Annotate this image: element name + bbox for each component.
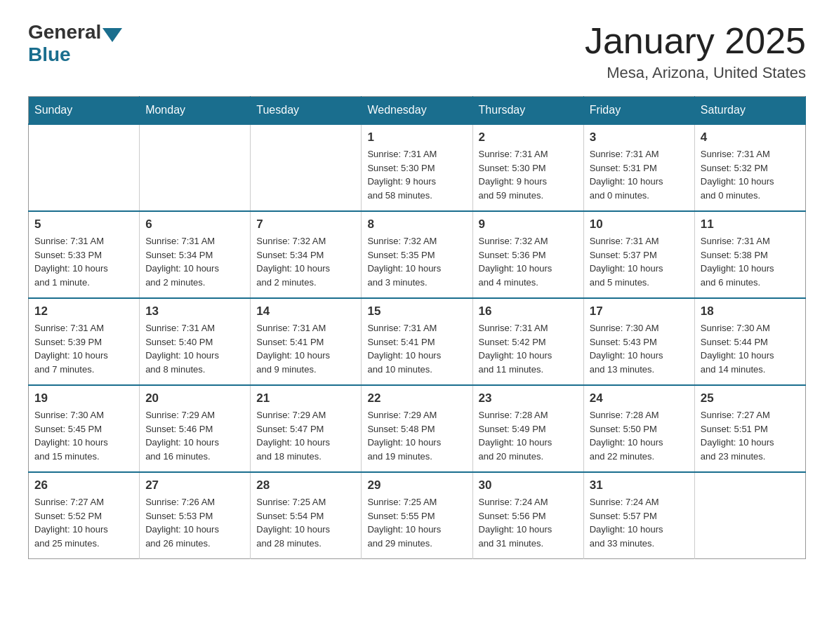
day-number: 11 xyxy=(701,217,800,232)
day-info: Sunrise: 7:31 AMSunset: 5:39 PMDaylight:… xyxy=(34,321,133,376)
day-number: 22 xyxy=(367,391,466,405)
day-number: 27 xyxy=(145,478,244,492)
day-number: 14 xyxy=(256,304,355,318)
page-header: General Blue January 2025 Mesa, Arizona,… xyxy=(28,21,806,82)
calendar-cell: 26Sunrise: 7:27 AMSunset: 5:52 PMDayligh… xyxy=(29,472,140,559)
day-number: 7 xyxy=(256,217,355,232)
day-info: Sunrise: 7:31 AMSunset: 5:30 PMDaylight:… xyxy=(479,147,578,202)
day-number: 20 xyxy=(145,391,244,405)
calendar-cell: 27Sunrise: 7:26 AMSunset: 5:53 PMDayligh… xyxy=(140,472,251,559)
day-info: Sunrise: 7:31 AMSunset: 5:33 PMDaylight:… xyxy=(34,234,133,289)
day-number: 13 xyxy=(145,304,244,318)
day-number: 29 xyxy=(367,478,466,492)
calendar-cell xyxy=(140,124,251,211)
calendar-cell xyxy=(251,124,362,211)
calendar-cell: 7Sunrise: 7:32 AMSunset: 5:34 PMDaylight… xyxy=(251,211,362,298)
calendar-cell xyxy=(694,472,805,559)
day-of-week-header: Monday xyxy=(140,97,251,125)
calendar-cell: 29Sunrise: 7:25 AMSunset: 5:55 PMDayligh… xyxy=(362,472,472,559)
day-info: Sunrise: 7:30 AMSunset: 5:43 PMDaylight:… xyxy=(590,321,689,376)
calendar-cell: 22Sunrise: 7:29 AMSunset: 5:48 PMDayligh… xyxy=(362,385,472,472)
calendar-cell: 15Sunrise: 7:31 AMSunset: 5:41 PMDayligh… xyxy=(362,298,472,385)
day-info: Sunrise: 7:32 AMSunset: 5:34 PMDaylight:… xyxy=(256,234,355,289)
calendar-cell: 30Sunrise: 7:24 AMSunset: 5:56 PMDayligh… xyxy=(472,472,583,559)
calendar-week-row: 5Sunrise: 7:31 AMSunset: 5:33 PMDaylight… xyxy=(29,211,806,298)
day-of-week-header: Saturday xyxy=(694,97,805,125)
calendar-week-row: 19Sunrise: 7:30 AMSunset: 5:45 PMDayligh… xyxy=(29,385,806,472)
calendar-cell: 31Sunrise: 7:24 AMSunset: 5:57 PMDayligh… xyxy=(583,472,694,559)
month-title: January 2025 xyxy=(585,21,806,61)
day-number: 15 xyxy=(367,304,466,318)
day-number: 16 xyxy=(479,304,578,318)
calendar-cell: 24Sunrise: 7:28 AMSunset: 5:50 PMDayligh… xyxy=(583,385,694,472)
day-number: 17 xyxy=(590,304,689,318)
day-info: Sunrise: 7:31 AMSunset: 5:31 PMDaylight:… xyxy=(590,147,689,202)
day-info: Sunrise: 7:29 AMSunset: 5:48 PMDaylight:… xyxy=(367,408,466,463)
logo-blue-text: Blue xyxy=(28,43,71,66)
day-info: Sunrise: 7:31 AMSunset: 5:40 PMDaylight:… xyxy=(145,321,244,376)
calendar-cell: 4Sunrise: 7:31 AMSunset: 5:32 PMDaylight… xyxy=(694,124,805,211)
day-info: Sunrise: 7:25 AMSunset: 5:54 PMDaylight:… xyxy=(256,495,355,550)
title-block: January 2025 Mesa, Arizona, United State… xyxy=(585,21,806,82)
calendar-header-row: SundayMondayTuesdayWednesdayThursdayFrid… xyxy=(29,97,806,125)
day-info: Sunrise: 7:31 AMSunset: 5:34 PMDaylight:… xyxy=(145,234,244,289)
calendar-cell: 3Sunrise: 7:31 AMSunset: 5:31 PMDaylight… xyxy=(583,124,694,211)
day-info: Sunrise: 7:32 AMSunset: 5:35 PMDaylight:… xyxy=(367,234,466,289)
day-of-week-header: Thursday xyxy=(472,97,583,125)
calendar-cell: 14Sunrise: 7:31 AMSunset: 5:41 PMDayligh… xyxy=(251,298,362,385)
day-of-week-header: Wednesday xyxy=(362,97,472,125)
day-info: Sunrise: 7:31 AMSunset: 5:38 PMDaylight:… xyxy=(701,234,800,289)
day-info: Sunrise: 7:24 AMSunset: 5:56 PMDaylight:… xyxy=(479,495,578,550)
day-number: 19 xyxy=(34,391,133,405)
day-number: 4 xyxy=(701,130,800,145)
calendar-cell: 23Sunrise: 7:28 AMSunset: 5:49 PMDayligh… xyxy=(472,385,583,472)
day-of-week-header: Tuesday xyxy=(251,97,362,125)
location-title: Mesa, Arizona, United States xyxy=(585,64,806,82)
day-info: Sunrise: 7:24 AMSunset: 5:57 PMDaylight:… xyxy=(590,495,689,550)
logo-general-text: General xyxy=(28,21,101,43)
calendar-cell: 16Sunrise: 7:31 AMSunset: 5:42 PMDayligh… xyxy=(472,298,583,385)
day-of-week-header: Sunday xyxy=(29,97,140,125)
calendar-cell: 12Sunrise: 7:31 AMSunset: 5:39 PMDayligh… xyxy=(29,298,140,385)
day-number: 25 xyxy=(701,391,800,405)
calendar-week-row: 26Sunrise: 7:27 AMSunset: 5:52 PMDayligh… xyxy=(29,472,806,559)
day-number: 1 xyxy=(367,130,466,145)
day-info: Sunrise: 7:31 AMSunset: 5:42 PMDaylight:… xyxy=(479,321,578,376)
calendar-cell: 8Sunrise: 7:32 AMSunset: 5:35 PMDaylight… xyxy=(362,211,472,298)
day-number: 5 xyxy=(34,217,133,232)
calendar-cell: 2Sunrise: 7:31 AMSunset: 5:30 PMDaylight… xyxy=(472,124,583,211)
calendar-cell: 6Sunrise: 7:31 AMSunset: 5:34 PMDaylight… xyxy=(140,211,251,298)
day-number: 26 xyxy=(34,478,133,492)
calendar-cell: 28Sunrise: 7:25 AMSunset: 5:54 PMDayligh… xyxy=(251,472,362,559)
calendar-cell: 21Sunrise: 7:29 AMSunset: 5:47 PMDayligh… xyxy=(251,385,362,472)
calendar-cell: 10Sunrise: 7:31 AMSunset: 5:37 PMDayligh… xyxy=(583,211,694,298)
calendar-cell: 5Sunrise: 7:31 AMSunset: 5:33 PMDaylight… xyxy=(29,211,140,298)
day-info: Sunrise: 7:31 AMSunset: 5:32 PMDaylight:… xyxy=(701,147,800,202)
day-info: Sunrise: 7:27 AMSunset: 5:52 PMDaylight:… xyxy=(34,495,133,550)
calendar-cell: 9Sunrise: 7:32 AMSunset: 5:36 PMDaylight… xyxy=(472,211,583,298)
day-info: Sunrise: 7:27 AMSunset: 5:51 PMDaylight:… xyxy=(701,408,800,463)
day-info: Sunrise: 7:28 AMSunset: 5:50 PMDaylight:… xyxy=(590,408,689,463)
calendar-cell: 17Sunrise: 7:30 AMSunset: 5:43 PMDayligh… xyxy=(583,298,694,385)
day-of-week-header: Friday xyxy=(583,97,694,125)
calendar-week-row: 12Sunrise: 7:31 AMSunset: 5:39 PMDayligh… xyxy=(29,298,806,385)
day-number: 12 xyxy=(34,304,133,318)
day-number: 6 xyxy=(145,217,244,232)
day-info: Sunrise: 7:32 AMSunset: 5:36 PMDaylight:… xyxy=(479,234,578,289)
day-info: Sunrise: 7:28 AMSunset: 5:49 PMDaylight:… xyxy=(479,408,578,463)
day-info: Sunrise: 7:29 AMSunset: 5:47 PMDaylight:… xyxy=(256,408,355,463)
day-number: 9 xyxy=(479,217,578,232)
calendar-cell xyxy=(29,124,140,211)
calendar-table: SundayMondayTuesdayWednesdayThursdayFrid… xyxy=(28,96,806,559)
day-info: Sunrise: 7:31 AMSunset: 5:41 PMDaylight:… xyxy=(256,321,355,376)
calendar-cell: 25Sunrise: 7:27 AMSunset: 5:51 PMDayligh… xyxy=(694,385,805,472)
logo-triangle-icon xyxy=(102,28,122,42)
day-number: 2 xyxy=(479,130,578,145)
day-number: 21 xyxy=(256,391,355,405)
calendar-cell: 20Sunrise: 7:29 AMSunset: 5:46 PMDayligh… xyxy=(140,385,251,472)
day-number: 8 xyxy=(367,217,466,232)
day-number: 31 xyxy=(590,478,689,492)
day-info: Sunrise: 7:30 AMSunset: 5:45 PMDaylight:… xyxy=(34,408,133,463)
day-number: 23 xyxy=(479,391,578,405)
day-info: Sunrise: 7:31 AMSunset: 5:37 PMDaylight:… xyxy=(590,234,689,289)
